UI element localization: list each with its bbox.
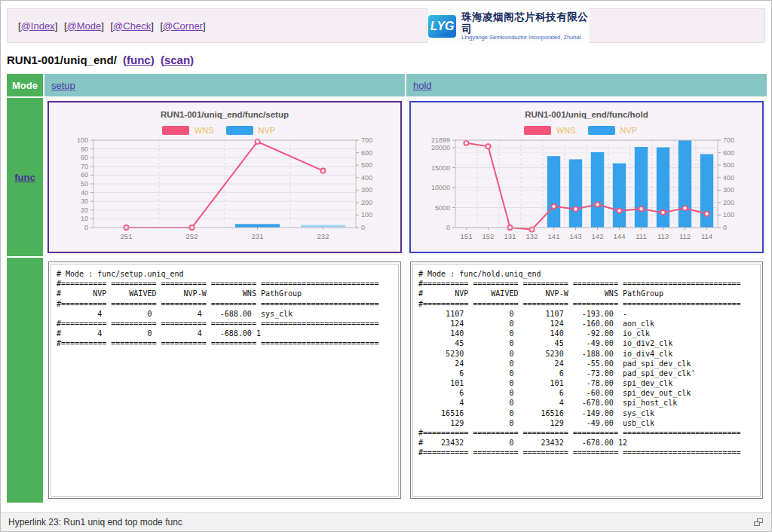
setup-report-text: # Mode : func/setup.uniq_end #==========… bbox=[49, 262, 400, 356]
setup-column-header: setup bbox=[44, 74, 405, 96]
svg-text:20000: 20000 bbox=[431, 144, 450, 151]
setup-chart-plot: 0102030405060708090100010020030040050060… bbox=[56, 136, 394, 249]
nvp-legend-label: NVP bbox=[620, 126, 638, 135]
paren: ) bbox=[151, 54, 155, 66]
svg-text:152: 152 bbox=[482, 232, 495, 240]
wns-legend-label: WNS bbox=[195, 126, 214, 135]
hold-column-header: hold bbox=[406, 74, 767, 96]
nvp-legend-swatch bbox=[226, 126, 253, 135]
svg-text:40: 40 bbox=[81, 189, 88, 197]
status-bar: Hyperlink 23: Run1 uniq end top mode fun… bbox=[1, 512, 771, 531]
svg-text:30: 30 bbox=[81, 197, 88, 205]
svg-text:400: 400 bbox=[723, 174, 734, 182]
wns-legend-swatch bbox=[524, 126, 551, 135]
title-link-func-wrap: (func) bbox=[123, 54, 155, 66]
status-text: Hyperlink 23: Run1 uniq end top mode fun… bbox=[8, 517, 182, 527]
nav-link-mode[interactable]: @Mode bbox=[67, 20, 102, 32]
run-path-label: RUN1-001/uniq_end/ bbox=[7, 54, 117, 66]
title-link-scan-wrap: (scan) bbox=[161, 54, 194, 66]
svg-text:80: 80 bbox=[81, 154, 88, 161]
nav-link-corner[interactable]: @Corner bbox=[163, 20, 203, 32]
svg-text:200: 200 bbox=[723, 199, 734, 206]
svg-text:231: 231 bbox=[252, 232, 264, 240]
nvp-legend-swatch bbox=[588, 126, 615, 135]
svg-text:143: 143 bbox=[570, 232, 582, 240]
title-link-func[interactable]: func bbox=[127, 54, 151, 66]
setup-report: # Mode : func/setup.uniq_end #==========… bbox=[48, 261, 401, 499]
svg-text:142: 142 bbox=[592, 232, 604, 240]
svg-text:112: 112 bbox=[679, 232, 691, 240]
hold-chart-plot: 0500010000150002000021899010020030040050… bbox=[418, 136, 755, 249]
hold-report-cell: # Mode : func/hold.uniq_end #========== … bbox=[406, 258, 767, 503]
nav-link-index[interactable]: @Index bbox=[21, 20, 55, 32]
svg-text:232: 232 bbox=[317, 232, 329, 240]
svg-text:700: 700 bbox=[361, 136, 372, 144]
svg-text:251: 251 bbox=[121, 232, 133, 240]
setup-chart-legend: WNS NVP bbox=[49, 126, 400, 135]
svg-text:500: 500 bbox=[361, 161, 372, 169]
mode-table: Mode setup hold func RUN1-001/uniq_end/f… bbox=[7, 74, 765, 503]
svg-text:0: 0 bbox=[723, 224, 727, 231]
svg-text:20: 20 bbox=[81, 206, 88, 214]
overlapping-windows-icon[interactable] bbox=[754, 518, 764, 527]
svg-text:0: 0 bbox=[446, 224, 450, 231]
company-logo: LYG 珠海凌烟阁芯片科技有限公司 Lingyange Semiconducto… bbox=[428, 8, 590, 45]
svg-text:113: 113 bbox=[657, 232, 669, 240]
svg-text:600: 600 bbox=[361, 149, 372, 157]
mode-header-cell: Mode bbox=[7, 74, 43, 96]
svg-text:15000: 15000 bbox=[431, 164, 450, 172]
nvp-legend-label: NVP bbox=[259, 126, 276, 135]
paren: ) bbox=[190, 54, 194, 66]
company-name-en: Lingyange Semiconductor Incorporated, Zh… bbox=[461, 35, 590, 41]
svg-text:300: 300 bbox=[361, 186, 372, 194]
svg-text:10: 10 bbox=[81, 215, 88, 222]
svg-text:10000: 10000 bbox=[431, 184, 450, 191]
bracket: ] bbox=[203, 20, 206, 32]
nav-item-mode: [@Mode] bbox=[64, 20, 104, 32]
svg-text:144: 144 bbox=[614, 232, 626, 240]
svg-text:132: 132 bbox=[526, 232, 538, 240]
svg-text:100: 100 bbox=[77, 136, 88, 144]
hold-report-text: # Mode : func/hold.uniq_end #========== … bbox=[411, 262, 762, 465]
svg-text:252: 252 bbox=[186, 232, 198, 240]
func-link[interactable]: func bbox=[14, 172, 35, 183]
svg-text:100: 100 bbox=[361, 211, 372, 219]
bracket: ] bbox=[101, 20, 104, 32]
nav-link-check[interactable]: @Check bbox=[113, 20, 151, 32]
svg-text:0: 0 bbox=[84, 224, 88, 231]
svg-text:400: 400 bbox=[361, 174, 372, 182]
svg-text:151: 151 bbox=[461, 232, 473, 240]
func-row-header: func bbox=[7, 98, 43, 256]
hold-chart-title: RUN1-001/uniq_end/func/hold bbox=[411, 110, 762, 119]
svg-text:70: 70 bbox=[81, 163, 88, 170]
svg-text:500: 500 bbox=[723, 161, 734, 169]
svg-text:114: 114 bbox=[701, 232, 712, 240]
svg-text:100: 100 bbox=[723, 211, 734, 219]
svg-text:0: 0 bbox=[361, 224, 365, 231]
hold-report: # Mode : func/hold.uniq_end #========== … bbox=[410, 261, 763, 499]
svg-text:600: 600 bbox=[723, 149, 734, 157]
setup-chart-cell: RUN1-001/uniq_end/func/setup WNS NVP 010… bbox=[44, 98, 405, 256]
hold-chart: RUN1-001/uniq_end/func/hold WNS NVP 0500… bbox=[409, 101, 764, 253]
svg-text:111: 111 bbox=[636, 232, 646, 240]
hold-chart-cell: RUN1-001/uniq_end/func/hold WNS NVP 0500… bbox=[406, 98, 767, 256]
setup-report-cell: # Mode : func/setup.uniq_end #==========… bbox=[44, 258, 405, 503]
setup-chart-title: RUN1-001/uniq_end/func/setup bbox=[49, 110, 400, 119]
hold-link[interactable]: hold bbox=[413, 80, 432, 91]
hold-chart-legend: WNS NVP bbox=[411, 126, 762, 135]
top-nav: [@Index] [@Mode] [@Check] [@Corner] bbox=[18, 20, 210, 32]
svg-text:300: 300 bbox=[723, 186, 734, 194]
svg-text:141: 141 bbox=[548, 232, 560, 240]
company-name-cn: 珠海凌烟阁芯片科技有限公司 bbox=[461, 11, 590, 35]
nav-item-check: [@Check] bbox=[110, 20, 153, 32]
setup-link[interactable]: setup bbox=[51, 80, 75, 91]
svg-text:200: 200 bbox=[361, 199, 372, 206]
top-bar: [@Index] [@Mode] [@Check] [@Corner] LYG … bbox=[7, 8, 765, 43]
wns-legend-swatch bbox=[162, 126, 189, 135]
svg-text:50: 50 bbox=[81, 180, 88, 188]
svg-text:131: 131 bbox=[504, 232, 516, 240]
wns-legend-label: WNS bbox=[556, 126, 576, 135]
title-link-scan[interactable]: scan bbox=[164, 54, 190, 66]
nav-item-corner: [@Corner] bbox=[160, 20, 205, 32]
svg-text:90: 90 bbox=[81, 145, 88, 153]
